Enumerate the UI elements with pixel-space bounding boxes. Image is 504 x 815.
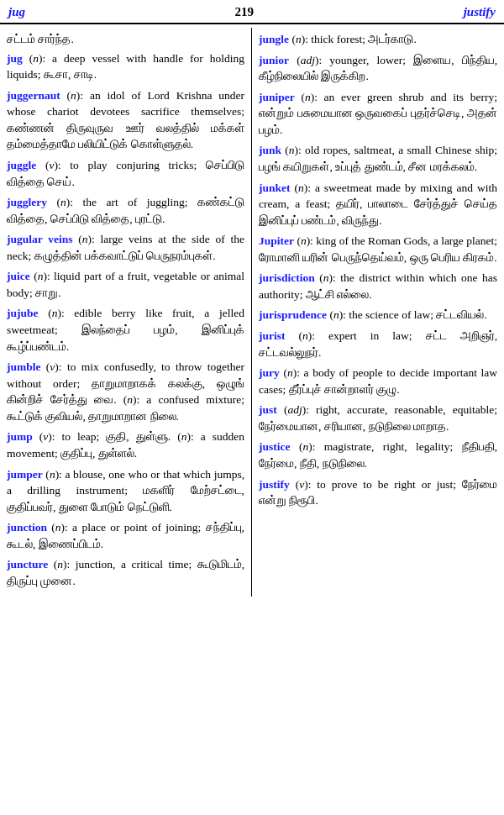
entry-pos2: n <box>127 393 133 406</box>
entry-pos: v <box>50 360 55 373</box>
entry-definition: edible berry like fruit, a jelled sweetm… <box>7 307 244 352</box>
entry: jurisdiction (n): the district within wh… <box>259 270 497 302</box>
main-content: சட்டம் சார்ந்த.jug (n): a deep vessel wi… <box>0 24 504 600</box>
entry-definition: to leap; குதி, துள்ளு. <box>62 430 171 443</box>
entry: jujube (n): edible berry like fruit, a j… <box>7 305 244 355</box>
entry-definition: an ever green shrub and its berry; என்று… <box>259 91 497 136</box>
entry-pos: n <box>298 181 304 194</box>
entry: jumble (v): to mix confusedly, to throw … <box>7 359 244 424</box>
entry-word: jug <box>7 52 23 65</box>
entry-word: jurisprudence <box>259 308 327 321</box>
entry-definition: to prove to be right or just; நேர்மை என்… <box>259 478 497 507</box>
entry-pos2: n <box>181 430 187 443</box>
entry-word: jujube <box>7 307 39 319</box>
entry-pos: n <box>302 329 308 342</box>
entry-pos: adj <box>287 403 302 416</box>
entry: jury (n): a body of people to decide imp… <box>259 365 497 397</box>
entry-definition: liquid part of a fruit, vegetable or ani… <box>7 270 244 299</box>
entry-pos: n <box>55 521 61 534</box>
entry-word: junior <box>259 54 289 66</box>
entry: jugglery (n): the art of juggling; கண்கட… <box>7 194 244 227</box>
entry: junk (n): old ropes, saltmeat, a small C… <box>259 142 497 175</box>
page-header: jug 219 justify <box>0 0 504 24</box>
entry: juice (n): liquid part of a fruit, veget… <box>7 268 244 301</box>
entry-word: juice <box>7 270 30 282</box>
entry-word: junket <box>259 181 291 194</box>
entry-pos: n <box>301 234 307 247</box>
entry: jumper (n): a blouse, one who or that wh… <box>7 466 244 516</box>
entry-pos: n <box>71 89 76 102</box>
entry-pos: n <box>305 91 311 103</box>
header-page-number: 219 <box>235 5 255 19</box>
entry-word: juggle <box>7 159 36 171</box>
entry-definition: younger, lower; இளைய, பிந்திய, கீழ்நிலைய… <box>259 54 497 83</box>
entry: junior (adj): younger, lower; இளைய, பிந்… <box>259 52 497 85</box>
entry-pos: n <box>289 144 295 156</box>
entry: jurisprudence (n): the science of law; ச… <box>259 307 497 323</box>
entry-word: jungle <box>259 33 289 45</box>
entry: jugular veins (n): large veins at the si… <box>7 231 244 264</box>
entry-pos: n <box>57 558 63 570</box>
entry-pos: n <box>287 366 293 379</box>
entry-definition: to play conjuring tricks; செப்பிடு வித்த… <box>7 159 244 188</box>
entry-definition: king of the Roman Gods, a large planet; … <box>259 234 497 264</box>
entry: juggle (v): to play conjuring tricks; செ… <box>7 157 244 190</box>
entry: juncture (n): junction, a critical time;… <box>7 556 244 589</box>
entry-definition: old ropes, saltmeat, a small Chinese shi… <box>259 144 497 173</box>
entry-word: jury <box>259 366 280 379</box>
entry-pos: n <box>60 196 66 208</box>
entry: jump (v): to leap; குதி, துள்ளு. (n): a … <box>7 429 244 461</box>
entry-word: juncture <box>7 558 48 570</box>
entry-definition: expert in law; சட்ட அறிஞர், சட்டவல்லுநர்… <box>259 329 497 359</box>
entry-word: jumble <box>7 360 41 373</box>
entry-definition: the science of law; சட்டவியல். <box>349 308 487 321</box>
left-column: சட்டம் சார்ந்த.jug (n): a deep vessel wi… <box>0 28 252 597</box>
entry-pos: n <box>333 308 339 321</box>
entry-word: jurist <box>259 329 286 342</box>
right-column: jungle (n): thick forest; அடர்காடு.junio… <box>252 28 504 597</box>
entry-definition: a sweetmeat made by mixing and with crea… <box>259 181 497 227</box>
entry-pos: n <box>38 270 44 282</box>
entry: Jupiter (n): king of the Roman Gods, a l… <box>259 233 497 266</box>
entry: jungle (n): thick forest; அடர்காடு. <box>259 31 497 48</box>
entry-word: juggernaut <box>7 89 60 102</box>
entry-word: justify <box>259 478 290 491</box>
entry-pos: n <box>296 33 302 45</box>
entry: jug (n): a deep vessel with handle for h… <box>7 50 244 83</box>
header-right-word: justify <box>464 5 496 19</box>
entry-pos: n <box>323 271 329 284</box>
entry: juniper (n): an ever green shrub and its… <box>259 89 497 139</box>
tamil-intro: சட்டம் சார்ந்த. <box>7 31 244 48</box>
entry-definition: a blouse, one who or that which jumps, a… <box>7 468 244 513</box>
entry: junction (n): a place or point of joinin… <box>7 519 244 552</box>
entry: junket (n): a sweetmeat made by mixing a… <box>259 180 497 229</box>
entry-word: jugular veins <box>7 233 73 245</box>
entry-pos: n <box>52 307 58 319</box>
entry-pos: adj <box>301 54 315 66</box>
entry-pos: v <box>299 478 304 491</box>
entry-pos: n <box>33 52 39 65</box>
entry-word: just <box>259 403 277 416</box>
entry-pos: v <box>43 430 48 443</box>
entry: justify (v): to prove to be right or jus… <box>259 476 497 509</box>
entry-word: Jupiter <box>259 234 294 247</box>
entry: jurist (n): expert in law; சட்ட அறிஞர், … <box>259 328 497 360</box>
entry-definition: a deep vessel with handle for holding li… <box>7 52 244 82</box>
entry-word: juniper <box>259 91 295 103</box>
entry-pos: n <box>82 233 88 245</box>
entry-definition: a body of people to decide important law… <box>259 366 497 396</box>
entry-word: justice <box>259 440 291 453</box>
entry-definition: magistrate, right, legality; நீதிபதி, நே… <box>259 440 497 470</box>
entry-pos: n <box>50 468 55 481</box>
header-left-word: jug <box>8 5 25 19</box>
entry-word: jumper <box>7 468 43 481</box>
entry-pos: n <box>302 440 308 453</box>
entry: just (adj): right, accurate, reasonable,… <box>259 402 497 434</box>
entry-word: junction <box>7 521 47 534</box>
entry-word: junk <box>259 144 281 156</box>
entry-word: jurisdiction <box>259 271 315 284</box>
entry-definition: thick forest; அடர்காடு. <box>311 33 417 45</box>
entry: juggernaut (n): an idol of Lord Krishna … <box>7 87 244 153</box>
entry-word: jump <box>7 430 33 443</box>
entry-word: jugglery <box>7 196 47 208</box>
